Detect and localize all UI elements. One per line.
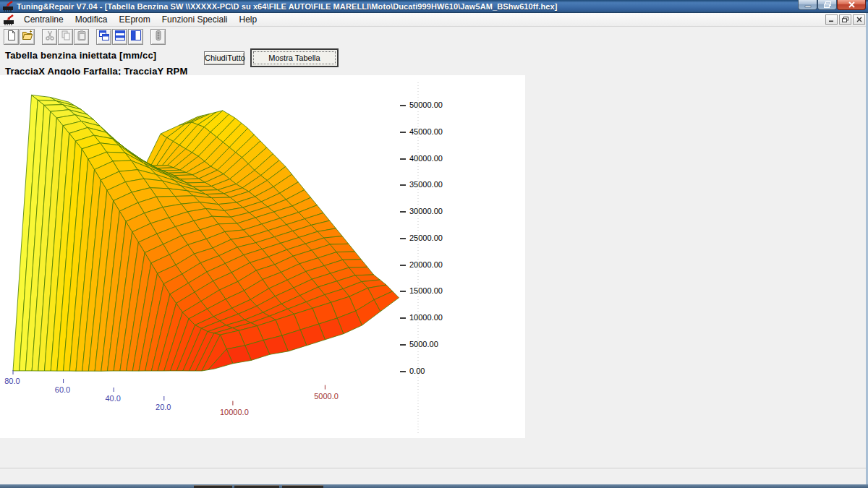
close-button[interactable] [837,0,866,10]
z-axis-tick-mark [400,317,406,319]
status-bar [0,468,868,484]
title-bar: Tuning&Repair V7.04 - [Tabella Benzina S… [0,0,868,13]
z-axis-tick-label: 45000.00 [409,127,443,136]
app-icon [2,1,14,12]
mdi-close-button[interactable] [853,14,865,25]
z-axis-tick-label: 10000.00 [409,313,443,322]
minimize-button[interactable] [798,0,817,10]
tile-vertical-icon [130,30,142,44]
mdi-window-controls [825,14,865,25]
mdi-minimize-button[interactable] [825,14,838,25]
table-title: Tabella benzina iniettata [mm/cc] [5,50,156,61]
window-controls [798,0,866,10]
z-axis-tick-label: 40000.00 [409,154,443,163]
show-table-button[interactable]: Mostra Tabella [250,48,339,67]
z-axis-tick-label: 50000.00 [409,100,443,109]
paste-button[interactable] [74,29,89,45]
x-axis-tick-label: 20.0 [156,403,171,411]
menu-item-centraline[interactable]: Centraline [18,14,69,26]
x-axis-tick-label: 80.0 [4,377,20,385]
z-axis-tick-label: 0.00 [409,367,425,375]
clipboard-icon [76,30,88,44]
x-axis-tick-label: 60.0 [55,385,70,394]
z-axis-tick-label: 20000.00 [409,260,443,269]
menu-item-eeprom[interactable]: EEprom [113,14,156,26]
z-axis-tick-label: 25000.00 [409,234,443,242]
z-axis-tick-mark [400,238,406,239]
application-window: Tuning&Repair V7.04 - [Tabella Benzina S… [0,0,868,488]
z-axis-tick-mark [400,371,406,372]
window-title: Tuning&Repair V7.04 - [Tabella Benzina S… [17,2,558,11]
z-axis-tick-label: 5000.00 [409,340,438,348]
traffic-light-button[interactable] [150,29,166,45]
z-axis-tick-mark [400,265,406,266]
surface-chart [0,75,525,438]
taskbar-window-segment[interactable] [234,485,279,488]
x-axis-tick-label: 40.0 [105,394,120,403]
open-folder-icon [22,30,33,44]
new-document-icon [6,30,17,44]
app-icon-small [3,14,14,25]
menu-item-modifica[interactable]: Modifica [69,14,114,26]
menu-bar: Centraline Modifica EEprom Funzioni Spec… [0,13,868,27]
close-all-button[interactable]: ChiudiTutto [204,51,244,65]
copy-button[interactable] [58,29,73,45]
new-document-button[interactable] [4,29,19,45]
taskbar-window-segment[interactable] [282,485,323,488]
cut-button[interactable] [42,29,57,45]
cascade-windows-button[interactable] [96,29,111,45]
tile-horizontal-icon [114,30,126,44]
z-axis-tick-mark [400,158,406,160]
z-axis-tick-mark [400,291,406,292]
menu-item-help[interactable]: Help [233,14,263,26]
z-axis-tick-label: 30000.00 [409,207,443,215]
show-table-button-label: Mostra Tabella [253,51,336,64]
traffic-light-icon [153,30,164,44]
scissors-icon [44,30,56,44]
taskbar-window-segment[interactable] [194,485,232,488]
open-file-button[interactable] [20,29,35,45]
z-axis-tick-mark [400,211,406,213]
restore-button[interactable] [817,0,837,10]
z-axis-tick-mark [400,132,406,133]
surface-chart-panel: 80.060.040.020.010000.05000.00.005000.00… [0,75,525,438]
y-axis-tick-label: 10000.0 [220,408,249,416]
tile-horizontal-button[interactable] [112,29,127,45]
z-axis-tick-label: 15000.00 [409,286,443,295]
menu-item-funzioni-speciali[interactable]: Funzioni Speciali [156,14,234,26]
tile-vertical-button[interactable] [128,29,143,45]
cascade-windows-icon [98,30,110,44]
z-axis-tick-mark [400,105,406,106]
y-axis-tick-label: 5000.0 [314,392,339,401]
z-axis-tick-mark [400,184,406,186]
copy-icon [60,30,72,44]
taskbar-strip [0,484,868,488]
mdi-restore-button[interactable] [839,14,851,25]
z-axis-tick-mark [400,344,406,346]
toolbar [0,27,868,46]
z-axis-tick-label: 35000.00 [409,180,443,189]
